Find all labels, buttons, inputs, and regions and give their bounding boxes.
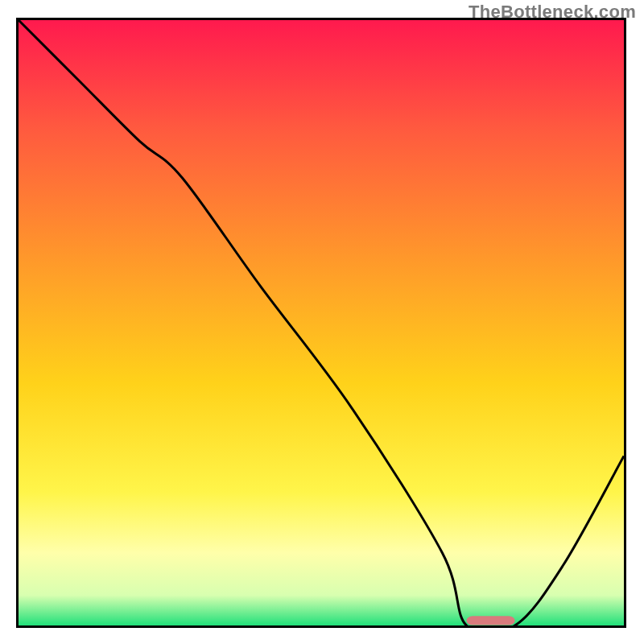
chart-stage: TheBottleneck.com bbox=[0, 0, 644, 644]
optimum-marker bbox=[466, 616, 514, 625]
plot-area bbox=[16, 18, 626, 628]
plot-svg bbox=[19, 20, 624, 625]
